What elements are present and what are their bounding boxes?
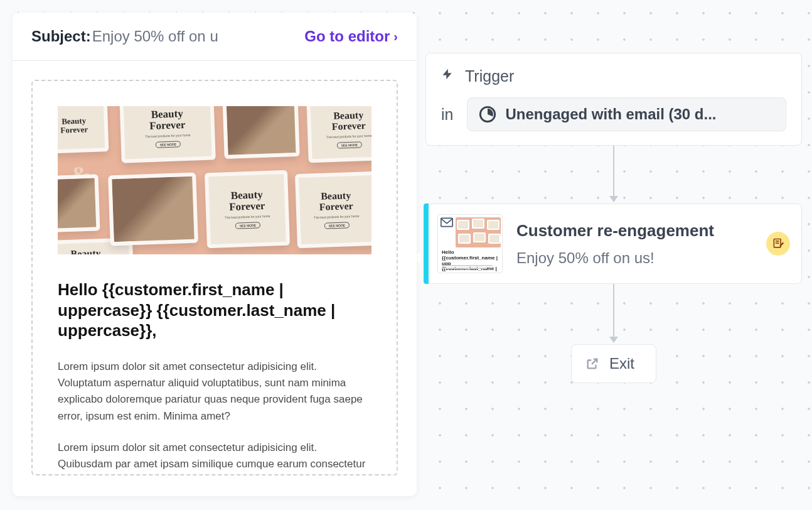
envelope-icon	[441, 217, 453, 230]
email-preview-body[interactable]: & & & BeautyForever BeautyForever The be…	[31, 80, 398, 475]
email-body-text: Lorem ipsum dolor sit amet consectetur a…	[58, 359, 371, 476]
bolt-icon	[441, 66, 454, 86]
hero-image: & & & BeautyForever BeautyForever The be…	[58, 106, 371, 254]
email-node-subtitle: Enjoy 50% off on us!	[516, 249, 752, 267]
email-node-title: Customer re-engagement	[516, 221, 752, 241]
exit-label: Exit	[609, 355, 634, 372]
connector	[425, 284, 802, 344]
segment-chip[interactable]: Unengaged with email (30 d...	[467, 97, 786, 131]
connector	[425, 146, 802, 203]
segment-icon	[479, 106, 496, 123]
email-preview-panel: Subject: Enjoy 50% off on u Go to editor…	[13, 13, 417, 496]
exit-node[interactable]: Exit	[571, 344, 656, 383]
trigger-node[interactable]: Trigger in Unengaged with email (30 d...	[425, 53, 802, 146]
chevron-right-icon: ›	[393, 30, 398, 44]
subject-text: Enjoy 50% off on u	[92, 28, 218, 45]
svg-rect-1	[441, 218, 452, 226]
go-to-editor-link[interactable]: Go to editor ›	[304, 28, 398, 45]
email-node[interactable]: Hello {{customer.first_name | upp {{cust…	[425, 203, 802, 284]
email-thumbnail: Hello {{customer.first_name | upp {{cust…	[437, 214, 503, 273]
node-accent	[424, 203, 429, 284]
trigger-in-label: in	[441, 106, 453, 124]
subject-label: Subject:	[31, 28, 91, 45]
trigger-header: Trigger	[441, 66, 786, 86]
subject: Subject: Enjoy 50% off on u	[31, 28, 218, 45]
trigger-label: Trigger	[465, 67, 514, 85]
flow-container: Trigger in Unengaged with email (30 d...	[425, 53, 802, 383]
email-headline: Hello {{customer.first_name | uppercase}…	[58, 279, 371, 341]
edit-note-icon	[772, 237, 784, 250]
segment-name: Unengaged with email (30 d...	[505, 106, 716, 123]
edit-badge[interactable]	[766, 232, 790, 256]
external-link-icon	[585, 357, 599, 371]
